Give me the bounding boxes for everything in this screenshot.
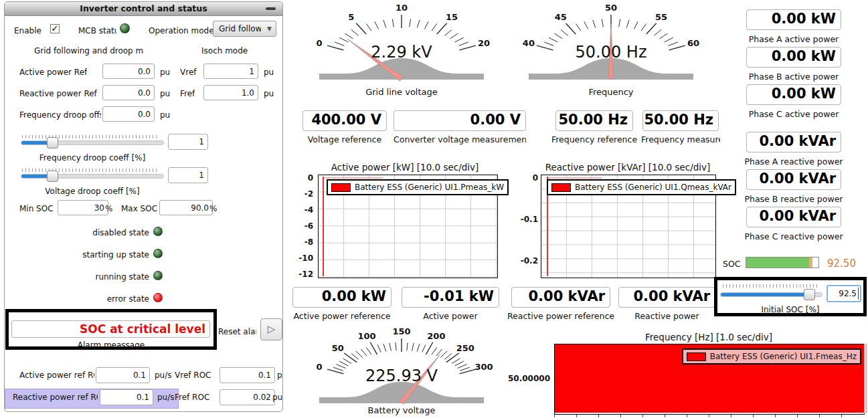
svg-text:5: 5 (348, 12, 354, 22)
active-power-trace (323, 177, 324, 276)
operation-mode-value: Grid follow (219, 24, 261, 33)
fref-roc-unit: pu/s (272, 393, 283, 402)
active-power-legend: Battery ESS (Generic) UI1.Pmeas_kW (327, 179, 509, 195)
soc-progress-fill (746, 257, 809, 268)
isoch-mode-section-title: Isoch mode (201, 46, 248, 56)
max-soc-input[interactable] (159, 200, 213, 215)
active-power-reference-display: 0.00 kW (292, 287, 392, 308)
active-power-ref-input[interactable] (102, 64, 155, 79)
phase-c-reactive-power-label: Phase C reactive power (740, 231, 847, 241)
minimize-icon[interactable] (266, 7, 276, 10)
svg-text:50.00 Hz: 50.00 Hz (576, 43, 647, 62)
min-soc-input[interactable] (58, 200, 108, 215)
check-icon: ✓ (52, 23, 59, 33)
vref-roc-input[interactable] (220, 367, 275, 383)
svg-text:150: 150 (392, 326, 410, 336)
alarm-message-field: SOC at critical level (11, 320, 210, 338)
initial-soc-slider-ticks (723, 284, 818, 288)
initial-soc-slider-label: Initial SOC [%] (717, 305, 863, 314)
initial-soc-highlight-box: Initial SOC [%] (714, 277, 867, 316)
phase-a-reactive-power-display: 0.00 kVAr (746, 132, 841, 152)
reactive-power-display: 0.00 kVAr (618, 287, 715, 308)
phase-b-active-power-display: 0.00 kW (746, 47, 841, 68)
freq-droop-slider-label: Frequency droop coeff [%] (25, 153, 159, 163)
reset-alarm-label: Reset alarm (218, 327, 256, 336)
disabled-state-label: disabled state (31, 228, 149, 237)
fref-input[interactable] (203, 85, 258, 100)
svg-text:60: 60 (687, 38, 699, 48)
starting-up-state-led (153, 249, 163, 258)
alarm-caption: Alarm meassage (9, 340, 213, 350)
reactive-power-chart: Battery ESS (Generic) UI1.Qmeas_kVAr (541, 175, 716, 278)
freq-droop-slider[interactable] (21, 140, 164, 145)
freq-droop-offset-label: Frequency droop offset (19, 110, 101, 120)
active-power-roc-input[interactable] (96, 367, 150, 383)
svg-text:10: 10 (396, 3, 408, 13)
running-state-led (153, 271, 163, 280)
svg-text:40: 40 (523, 38, 535, 48)
active-power-roc-label: Active power ref ROC (19, 371, 94, 380)
svg-text:55: 55 (655, 12, 667, 22)
vref-roc-unit: pu/s (277, 371, 283, 380)
fref-roc-input[interactable] (220, 389, 275, 405)
inverter-hmi-screen: Inverter control and status Enable ✓ MCB… (0, 0, 868, 418)
volt-droop-slider-ticks (22, 169, 159, 172)
reactive-power-legend: Battery ESS (Generic) UI1.Qmeas_kVAr (547, 179, 736, 195)
svg-text:45: 45 (555, 12, 567, 22)
soc-progress-warn-segment (809, 257, 812, 268)
initial-soc-input[interactable] (827, 285, 861, 302)
phase-c-active-power-label: Phase C active power (740, 109, 847, 119)
svg-text:0: 0 (316, 38, 322, 48)
phase-b-reactive-power-display: 0.00 kVAr (746, 169, 841, 190)
soc-progress-bar (746, 257, 819, 268)
active-power-legend-text: Battery ESS (Generic) UI1.Pmeas_kW (355, 183, 504, 192)
freq-droop-slider-handle[interactable] (47, 137, 58, 148)
volt-droop-slider-handle[interactable] (47, 171, 58, 182)
grid-line-voltage-gauge-label: Grid line voltage (305, 87, 499, 97)
max-soc-unit: % (209, 204, 217, 213)
fref-roc-label: Fref ROC (175, 393, 209, 402)
svg-text:50: 50 (332, 343, 344, 353)
freq-droop-offset-input[interactable] (102, 106, 155, 122)
reactive-power-ref-input[interactable] (102, 85, 155, 100)
reactive-power-roc-input[interactable] (100, 389, 153, 405)
svg-text:50: 50 (605, 3, 617, 13)
volt-droop-slider-label: Voltage droop coeff [%] (25, 187, 159, 196)
freq-droop-value-input[interactable] (168, 134, 208, 150)
svg-text:2.29 kV: 2.29 kV (371, 43, 432, 62)
reactive-power-reference-display-label: Reactive power reference (498, 311, 624, 321)
panel-titlebar[interactable]: Inverter control and status (5, 2, 282, 16)
frequency-chart-yticks: 50.00000 (499, 344, 550, 413)
initial-soc-slider-handle[interactable] (804, 289, 815, 300)
svg-text:15: 15 (446, 12, 458, 22)
initial-soc-slider[interactable] (720, 292, 822, 297)
svg-text:0: 0 (316, 362, 322, 372)
frequency-gauge-label: Frequency (514, 87, 708, 97)
play-triangle-icon: ▷ (268, 323, 276, 335)
reactive-power-roc-label: Reactive power ref ROC (13, 393, 98, 402)
error-state-label: error state (31, 294, 149, 304)
frequency-chart-title: Frequency [Hz] [1.0 sec/div] (554, 332, 863, 342)
active-power-ref-unit: pu (160, 68, 170, 77)
frequency-chart-scrollbar[interactable] (864, 344, 867, 413)
disabled-state-led (153, 227, 163, 236)
volt-droop-slider[interactable] (21, 174, 164, 179)
enable-label: Enable (14, 26, 41, 35)
battery-voltage-gauge: 050100150200250300225.93 V (305, 326, 499, 410)
active-power-display-label: Active power (402, 311, 499, 321)
active-power-trace-zero (324, 177, 383, 179)
starting-up-state-label: starting up state (31, 250, 149, 259)
reset-alarm-button[interactable]: ▷ (260, 318, 282, 340)
vref-input[interactable] (203, 64, 258, 79)
vref-unit: pu (264, 68, 274, 77)
reactive-power-legend-text: Battery ESS (Generic) UI1.Qmeas_kVAr (575, 183, 731, 192)
reactive-power-roc-unit: pu/s (157, 393, 175, 402)
volt-droop-value-input[interactable] (168, 167, 208, 183)
grid-mode-section-title: Grid following and droop mode (34, 46, 143, 56)
reactive-power-trace-zero (548, 177, 602, 179)
enable-checkbox[interactable]: ✓ (50, 24, 60, 33)
mcb-status-led (120, 23, 130, 33)
legend-swatch-icon (551, 183, 571, 192)
operation-mode-dropdown[interactable]: Grid follow ▼ (213, 21, 276, 37)
error-state-led (153, 293, 163, 302)
